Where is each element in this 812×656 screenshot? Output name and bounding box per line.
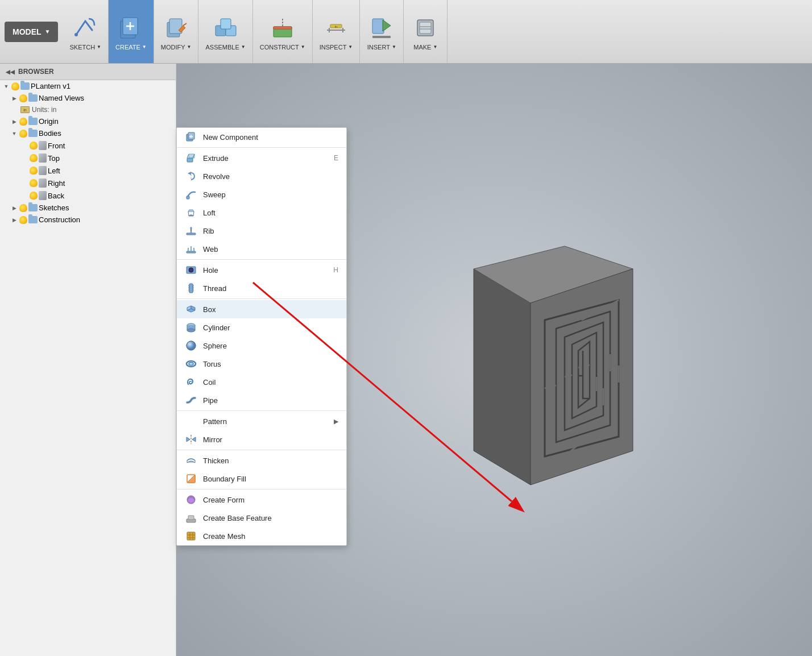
sidebar-item-back[interactable]: Back xyxy=(0,189,176,202)
create-form-label: Create Form xyxy=(203,496,245,504)
units-icon: in xyxy=(20,106,30,113)
menu-item-boundary-fill[interactable]: Boundary Fill xyxy=(177,470,346,488)
create-label: CREATE▼ xyxy=(115,44,147,51)
menu-item-sphere[interactable]: Sphere xyxy=(177,337,346,355)
tree-root[interactable]: ▼ PLantern v1 xyxy=(0,80,176,92)
boundary-fill-icon xyxy=(185,472,197,485)
sidebar-item-origin[interactable]: ▶ Origin xyxy=(0,115,176,127)
assemble-icon xyxy=(211,13,241,43)
menu-item-torus[interactable]: Torus xyxy=(177,355,346,373)
svg-line-7 xyxy=(183,23,187,26)
root-label: PLantern v1 xyxy=(31,82,173,90)
modify-section[interactable]: MODIFY▼ xyxy=(154,0,199,63)
sidebar-item-top[interactable]: Top xyxy=(0,152,176,164)
named-views-expand-icon[interactable]: ▶ xyxy=(10,94,18,102)
menu-item-coil[interactable]: Coil xyxy=(177,373,346,391)
box-icon xyxy=(185,303,197,315)
menu-item-extrude[interactable]: Extrude E xyxy=(177,149,346,167)
menu-item-thread[interactable]: Thread xyxy=(177,279,346,297)
menu-item-create-mesh[interactable]: Create Mesh xyxy=(177,527,346,545)
web-label: Web xyxy=(203,245,218,254)
left-bulb-icon xyxy=(30,167,38,175)
menu-item-loft[interactable]: Loft xyxy=(177,204,346,222)
create-base-feature-label: Create Base Feature xyxy=(203,514,272,522)
front-body-icon xyxy=(39,141,47,150)
model-dropdown-arrow: ▼ xyxy=(45,28,51,35)
menu-item-create-form[interactable]: Create Form xyxy=(177,491,346,509)
back-body-icon xyxy=(39,191,47,200)
origin-label: Origin xyxy=(39,117,173,126)
root-expand-icon[interactable]: ▼ xyxy=(2,82,10,90)
svg-rect-59 xyxy=(187,233,196,235)
menu-separator-5 xyxy=(177,450,346,450)
svg-rect-54 xyxy=(187,196,189,199)
menu-separator-1 xyxy=(177,147,346,148)
sweep-icon xyxy=(185,188,197,201)
sidebar-collapse-button[interactable]: ◀◀ xyxy=(6,67,15,76)
sidebar-item-bodies[interactable]: ▼ Bodies xyxy=(0,127,176,139)
svg-marker-55 xyxy=(189,215,193,216)
svg-marker-82 xyxy=(192,437,196,442)
left-expand xyxy=(20,167,28,175)
model-button[interactable]: MODEL ▼ xyxy=(5,22,58,42)
svg-point-73 xyxy=(187,329,195,332)
menu-item-web[interactable]: Web xyxy=(177,240,346,258)
sketch-section[interactable]: SKETCH▼ xyxy=(63,0,109,63)
svg-line-57 xyxy=(188,211,189,216)
left-body-icon xyxy=(39,166,47,175)
named-views-folder-icon xyxy=(28,94,38,102)
extrude-label: Extrude xyxy=(203,154,229,163)
named-views-label: Named Views xyxy=(39,94,173,102)
svg-rect-19 xyxy=(372,19,384,34)
svg-rect-61 xyxy=(187,251,196,253)
menu-item-hole[interactable]: Hole H xyxy=(177,261,346,279)
cylinder-icon xyxy=(185,321,197,334)
menu-item-new-component[interactable]: New Component xyxy=(177,128,346,146)
menu-item-thicken[interactable]: Thicken xyxy=(177,451,346,470)
sketches-expand-icon[interactable]: ▶ xyxy=(10,204,18,212)
make-section[interactable]: MAKE▼ xyxy=(404,0,448,63)
assemble-section[interactable]: ASSEMBLE▼ xyxy=(198,0,252,63)
coil-icon xyxy=(185,376,197,388)
svg-point-79 xyxy=(189,363,193,366)
origin-expand-icon[interactable]: ▶ xyxy=(10,118,18,126)
svg-marker-56 xyxy=(188,210,194,211)
bodies-expand-icon[interactable]: ▼ xyxy=(10,130,18,138)
inspect-section[interactable]: in INSPECT▼ xyxy=(313,0,361,63)
sidebar-item-construction[interactable]: ▶ Construction xyxy=(0,214,176,226)
sketch-label: SKETCH▼ xyxy=(69,44,101,51)
sidebar-item-named-views[interactable]: ▶ Named Views xyxy=(0,92,176,104)
menu-separator-4 xyxy=(177,410,346,411)
menu-item-mirror[interactable]: Mirror xyxy=(177,430,346,449)
inspect-icon: in xyxy=(321,13,351,43)
menu-item-cylinder[interactable]: Cylinder xyxy=(177,318,346,337)
front-expand xyxy=(20,142,28,150)
menu-item-pattern[interactable]: Pattern ▶ xyxy=(177,412,346,430)
boundary-fill-label: Boundary Fill xyxy=(203,475,246,483)
svg-rect-12 xyxy=(274,27,292,29)
sidebar-item-right[interactable]: Right xyxy=(0,177,176,189)
new-component-label: New Component xyxy=(203,133,258,142)
pattern-submenu-arrow: ▶ xyxy=(334,418,338,425)
construction-expand-icon[interactable]: ▶ xyxy=(10,216,18,224)
top-label: Top xyxy=(48,154,173,163)
rib-label: Rib xyxy=(203,227,214,235)
menu-item-box[interactable]: Box xyxy=(177,300,346,318)
root-folder-icon xyxy=(20,82,30,90)
sidebar-item-left[interactable]: Left xyxy=(0,164,176,177)
menu-item-revolve[interactable]: Revolve xyxy=(177,167,346,185)
thread-icon xyxy=(185,282,197,294)
insert-section[interactable]: INSERT▼ xyxy=(360,0,404,63)
create-section[interactable]: CREATE▼ xyxy=(109,0,154,63)
sidebar-item-front[interactable]: Front xyxy=(0,139,176,152)
svg-rect-23 xyxy=(420,22,431,34)
modify-icon xyxy=(161,13,191,43)
menu-item-rib[interactable]: Rib xyxy=(177,222,346,240)
construct-section[interactable]: CONSTRUCT▼ xyxy=(253,0,313,63)
menu-item-create-base-feature[interactable]: Create Base Feature xyxy=(177,509,346,527)
menu-item-pipe[interactable]: Pipe xyxy=(177,391,346,409)
insert-icon xyxy=(367,13,396,43)
menu-item-sweep[interactable]: Sweep xyxy=(177,185,346,204)
left-label: Left xyxy=(48,167,173,175)
sidebar-item-sketches[interactable]: ▶ Sketches xyxy=(0,202,176,214)
